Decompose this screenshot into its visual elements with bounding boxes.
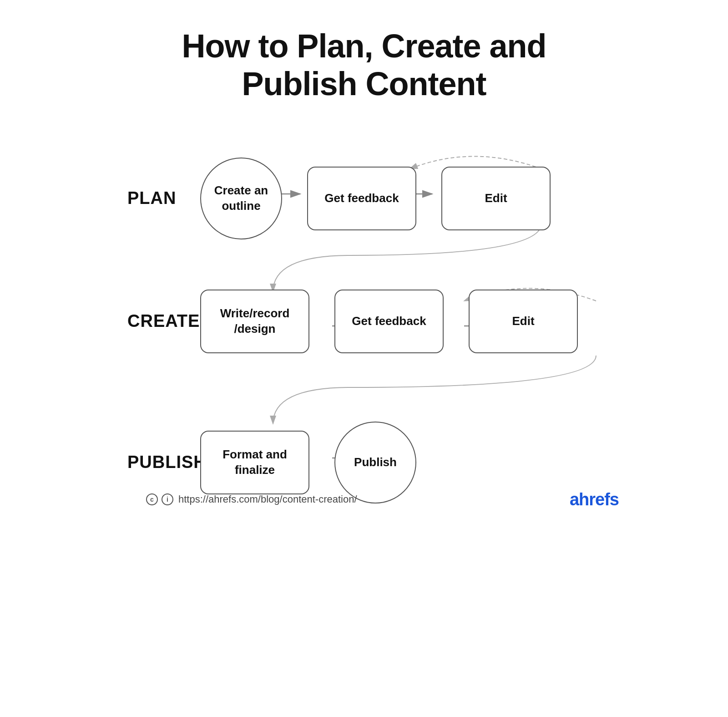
plan-label: PLAN bbox=[127, 188, 200, 208]
page-container: How to Plan, Create and Publish Content bbox=[109, 0, 619, 546]
get-feedback-1-node: Get feedback bbox=[307, 167, 416, 230]
edit-1-node: Edit bbox=[441, 167, 551, 230]
cc-icon: c bbox=[146, 493, 158, 506]
ahrefs-logo: ahrefs bbox=[570, 490, 619, 509]
get-feedback-2-node: Get feedback bbox=[334, 290, 444, 353]
main-title: How to Plan, Create and Publish Content bbox=[127, 27, 601, 103]
create-label: CREATE bbox=[127, 311, 200, 331]
write-record-node: Write/record /design bbox=[200, 290, 309, 353]
edit-2-node: Edit bbox=[469, 290, 578, 353]
footer: c i https://ahrefs.com/blog/content-crea… bbox=[146, 490, 619, 509]
footer-icons: c i bbox=[146, 493, 174, 506]
create-outline-node: Create an outline bbox=[200, 158, 282, 239]
create-row: CREATE Write/record /design Get feedback… bbox=[127, 290, 601, 353]
format-finalize-node: Format and finalize bbox=[200, 431, 309, 494]
footer-url: https://ahrefs.com/blog/content-creation… bbox=[178, 493, 357, 505]
footer-left: c i https://ahrefs.com/blog/content-crea… bbox=[146, 493, 357, 506]
ahrefs-text-orange: ahrefs bbox=[570, 490, 619, 509]
publish-label: PUBLISH bbox=[127, 453, 200, 472]
info-icon: i bbox=[161, 493, 174, 506]
plan-row: PLAN Create an outline Get feedback Edit bbox=[127, 158, 601, 239]
diagram: PLAN Create an outline Get feedback Edit… bbox=[127, 135, 601, 499]
svg-text:c: c bbox=[150, 496, 154, 503]
svg-text:i: i bbox=[167, 496, 168, 503]
